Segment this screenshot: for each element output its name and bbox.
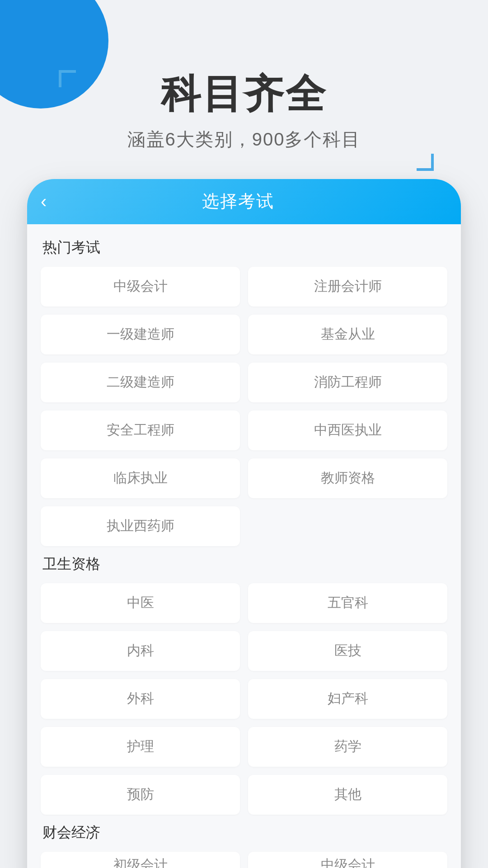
hot-row-3: 二级建造师 消防工程师 <box>41 363 447 402</box>
finance-row-1: 初级会计 中级会计 <box>41 852 447 868</box>
app-header: ‹ 选择考试 <box>27 179 461 224</box>
health-row-5: 预防 其他 <box>41 775 447 815</box>
exam-item-qita[interactable]: 其他 <box>248 775 447 815</box>
exam-item-jijincongye[interactable]: 基金从业 <box>248 315 447 354</box>
exam-item-zhiyexiyaoshi[interactable]: 执业西药师 <box>41 506 240 546</box>
app-header-title: 选择考试 <box>56 190 420 213</box>
exam-item-fuchanke[interactable]: 妇产科 <box>248 679 447 719</box>
sub-title: 涵盖6大类别，900多个科目 <box>0 127 488 152</box>
phone-mockup-wrapper: ‹ 选择考试 热门考试 中级会计 注册会计师 一级建造师 基金从业 <box>27 179 461 868</box>
health-row-2: 内科 医技 <box>41 631 447 671</box>
exam-item-yijijianzaoshi[interactable]: 一级建造师 <box>41 315 240 354</box>
hot-row-4: 安全工程师 中西医执业 <box>41 410 447 450</box>
exam-item-xiaofanggongchengshi[interactable]: 消防工程师 <box>248 363 447 402</box>
exam-item-wuguanke[interactable]: 五官科 <box>248 583 447 623</box>
exam-item-huli[interactable]: 护理 <box>41 727 240 767</box>
exam-item-zhongxiyizhiye[interactable]: 中西医执业 <box>248 410 447 450</box>
hot-row-6: 执业西药师 <box>41 506 447 546</box>
health-row-1: 中医 五官科 <box>41 583 447 623</box>
app-content: 热门考试 中级会计 注册会计师 一级建造师 基金从业 二级建造师 消防工程师 <box>27 224 461 868</box>
back-button[interactable]: ‹ <box>41 191 47 212</box>
exam-item-zhucekuaijishi[interactable]: 注册会计师 <box>248 267 447 307</box>
exam-item-chujikuaiji[interactable]: 初级会计 <box>41 852 240 868</box>
hot-row-1: 中级会计 注册会计师 <box>41 267 447 307</box>
finance-label: 财会经济 <box>41 823 447 843</box>
exam-item-zhongjikuaiji2[interactable]: 中级会计 <box>248 852 447 868</box>
exam-item-yaoxue[interactable]: 药学 <box>248 727 447 767</box>
health-label: 卫生资格 <box>41 554 447 574</box>
hot-row-5: 临床执业 教师资格 <box>41 458 447 498</box>
main-title: 科目齐全 <box>0 72 488 116</box>
finance-section: 财会经济 初级会计 中级会计 <box>41 823 447 868</box>
hot-exams-section: 热门考试 中级会计 注册会计师 一级建造师 基金从业 二级建造师 消防工程师 <box>41 238 447 546</box>
exam-item-linchuangzhiye[interactable]: 临床执业 <box>41 458 240 498</box>
exam-item-zhongjikuaiji[interactable]: 中级会计 <box>41 267 240 307</box>
hot-row-2: 一级建造师 基金从业 <box>41 315 447 354</box>
exam-item-anquangongchengshi[interactable]: 安全工程师 <box>41 410 240 450</box>
exam-item-jiaoshizige[interactable]: 教师资格 <box>248 458 447 498</box>
health-section: 卫生资格 中医 五官科 内科 医技 外科 妇产科 护理 <box>41 554 447 815</box>
exam-item-waike[interactable]: 外科 <box>41 679 240 719</box>
exam-item-yufang[interactable]: 预防 <box>41 775 240 815</box>
exam-item-yiji[interactable]: 医技 <box>248 631 447 671</box>
header-section: 科目齐全 涵盖6大类别，900多个科目 <box>0 0 488 179</box>
health-row-3: 外科 妇产科 <box>41 679 447 719</box>
exam-item-zhongyi[interactable]: 中医 <box>41 583 240 623</box>
health-row-4: 护理 药学 <box>41 727 447 767</box>
hot-exams-label: 热门考试 <box>41 238 447 258</box>
exam-item-erjijianzoashi[interactable]: 二级建造师 <box>41 363 240 402</box>
phone-mockup: ‹ 选择考试 热门考试 中级会计 注册会计师 一级建造师 基金从业 <box>27 179 461 868</box>
exam-item-neike[interactable]: 内科 <box>41 631 240 671</box>
